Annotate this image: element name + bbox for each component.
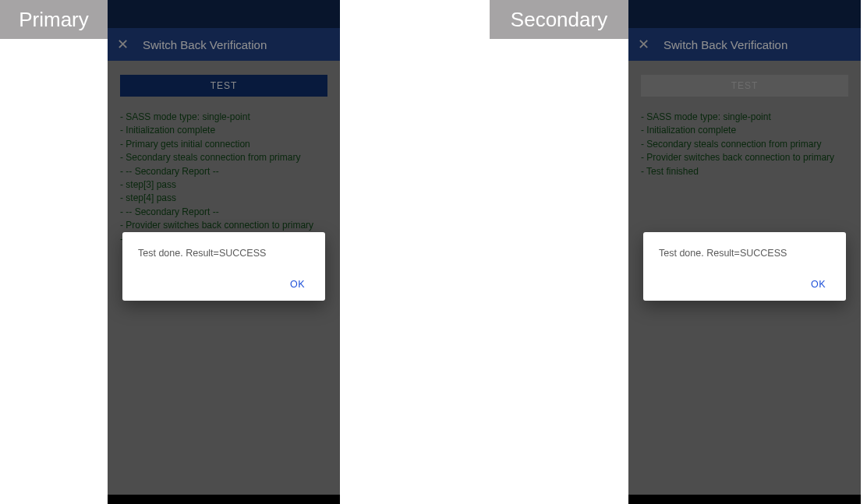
dialog-message: Test done. Result=SUCCESS bbox=[659, 248, 830, 259]
nav-bar bbox=[108, 495, 340, 504]
secondary-badge: Secondary bbox=[490, 0, 628, 39]
primary-phone: ✕ Switch Back Verification TEST - SASS m… bbox=[108, 0, 340, 504]
nav-bar bbox=[628, 495, 861, 504]
primary-badge-label: Primary bbox=[19, 8, 89, 32]
secondary-badge-label: Secondary bbox=[511, 8, 607, 32]
ok-button[interactable]: OK bbox=[806, 276, 830, 293]
secondary-phone: ✕ Switch Back Verification TEST - SASS m… bbox=[628, 0, 861, 504]
primary-badge: Primary bbox=[0, 0, 108, 39]
ok-button[interactable]: OK bbox=[285, 276, 310, 293]
dialog-message: Test done. Result=SUCCESS bbox=[138, 248, 310, 259]
dialog-actions: OK bbox=[138, 276, 310, 293]
result-dialog: Test done. Result=SUCCESS OK bbox=[643, 232, 846, 301]
dialog-actions: OK bbox=[659, 276, 830, 293]
result-dialog: Test done. Result=SUCCESS OK bbox=[122, 232, 325, 301]
